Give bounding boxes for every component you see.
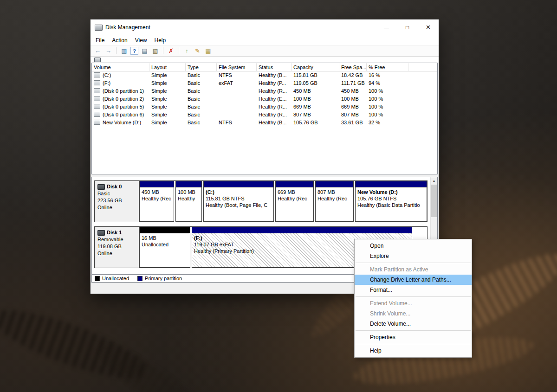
title-bar[interactable]: Disk Management — □ ×	[91, 19, 439, 35]
partition-807-mb[interactable]: 807 MBHealthy (Rec	[315, 181, 354, 222]
menu-item-open[interactable]: Open	[355, 241, 472, 251]
menu-file[interactable]: File	[92, 36, 108, 45]
column-header-capacity[interactable]: Capacity	[291, 63, 339, 71]
volume-row[interactable]: (Disk 0 partition 1)SimpleBasicHealthy (…	[92, 87, 437, 95]
partition-text: 100 MBHealthy	[176, 187, 201, 221]
disk-name: Disk 0	[97, 183, 136, 190]
volume-cell-layout: Simple	[149, 79, 186, 87]
close-button[interactable]: ×	[418, 19, 439, 35]
column-header-file-system[interactable]: File System	[217, 63, 257, 71]
minimize-button[interactable]: —	[376, 19, 397, 35]
volume-row[interactable]: (Disk 0 partition 5)SimpleBasicHealthy (…	[92, 103, 437, 111]
volume-cell-type: Basic	[186, 87, 217, 95]
format-icon[interactable]: ▦	[204, 46, 213, 55]
partition-strip	[316, 181, 353, 187]
change-drive-letter-icon[interactable]: ✎	[193, 46, 202, 55]
volume-cell-file_system: NTFS	[217, 119, 257, 127]
volume-cell-volume: (C:)	[92, 71, 149, 79]
window-title: Disk Management	[105, 24, 150, 31]
disk-label-disk-0[interactable]: Disk 0Basic223.56 GBOnline	[95, 181, 139, 222]
menu-item-shrink-volume: Shrink Volume...	[355, 308, 472, 319]
delete-volume-icon[interactable]: ✗	[167, 46, 175, 55]
forward-icon[interactable]: →	[104, 46, 113, 55]
partition-strip	[356, 181, 427, 187]
partition-669-mb[interactable]: 669 MBHealthy (Rec	[275, 181, 314, 222]
volume-row[interactable]: (Disk 0 partition 6)SimpleBasicHealthy (…	[92, 111, 437, 119]
scrollbar-thumb[interactable]	[431, 185, 437, 217]
volume-row[interactable]: (C:)SimpleBasicNTFSHealthy (B...115.81 G…	[92, 71, 437, 79]
menu-item-change-drive-letter-and-paths[interactable]: Change Drive Letter and Paths...	[355, 275, 472, 285]
volume-icon	[94, 72, 100, 77]
properties-icon[interactable]: ▤	[140, 46, 149, 55]
toolbar-separator	[116, 47, 117, 54]
partition-text: 450 MBHealthy (Rec	[140, 187, 174, 221]
disk-label-disk-1[interactable]: Disk 1Removable119.08 GBOnline	[95, 227, 139, 268]
back-icon[interactable]: ←	[93, 46, 102, 55]
volume-cell-percent_free: 100 %	[367, 87, 408, 95]
column-header-blank	[408, 63, 437, 71]
volume-icon	[94, 80, 100, 85]
help-icon[interactable]: ?	[130, 47, 138, 55]
volume-row[interactable]: New Volume (D:)SimpleBasicNTFSHealthy (B…	[92, 119, 437, 127]
legend-swatch	[137, 276, 142, 281]
volume-cell-capacity: 119.05 GB	[291, 79, 339, 87]
maximize-button[interactable]: □	[397, 19, 418, 35]
volume-icon	[94, 104, 100, 109]
column-header-type[interactable]: Type	[186, 63, 217, 71]
menu-item-extend-volume: Extend Volume...	[355, 298, 472, 308]
volume-row[interactable]: (F:)SimpleBasicexFATHealthy (P...119.05 …	[92, 79, 437, 87]
column-header-volume[interactable]: Volume	[92, 63, 149, 71]
volume-cell-layout: Simple	[149, 95, 186, 103]
volume-cell-capacity: 105.76 GB	[291, 119, 339, 127]
volume-cell-type: Basic	[186, 71, 217, 79]
partition-100-mb[interactable]: 100 MBHealthy	[175, 181, 202, 222]
volume-cell-volume: (F:)	[92, 79, 149, 87]
column-header-status[interactable]: Status	[257, 63, 291, 71]
volume-cell-status: Healthy (B...	[257, 119, 291, 127]
partition-16-mb[interactable]: 16 MBUnallocated	[139, 227, 190, 268]
menu-action[interactable]: Action	[108, 36, 131, 45]
disk-detail: Basic	[97, 190, 136, 197]
volume-cell-file_system: exFAT	[217, 79, 257, 87]
disk-detail: 119.08 GB	[97, 243, 136, 250]
desktop-background: Disk Management — □ × FileActionViewHelp…	[0, 0, 557, 392]
menu-item-format[interactable]: Format...	[355, 285, 472, 295]
toolbar-separator	[179, 47, 179, 54]
export-list-icon[interactable]: ▧	[151, 46, 160, 55]
volume-cell-status: Healthy (R...	[257, 87, 291, 95]
disk-detail: Removable	[97, 236, 136, 243]
scrollbar-up-arrow[interactable]: ▲	[431, 177, 437, 184]
menu-item-properties[interactable]: Properties	[355, 332, 472, 342]
column-header-free[interactable]: % Free	[367, 63, 408, 71]
menu-help[interactable]: Help	[151, 36, 170, 45]
column-header-layout[interactable]: Layout	[149, 63, 186, 71]
show-console-tree-icon[interactable]: ▥	[120, 46, 129, 55]
volume-cell-type: Basic	[186, 111, 217, 119]
volume-cell-free_space: 669 MB	[339, 103, 367, 111]
volume-cell-volume: (Disk 0 partition 1)	[92, 87, 149, 95]
menu-item-explore[interactable]: Explore	[355, 251, 472, 261]
volume-cell-free_space: 33.61 GB	[339, 119, 367, 127]
partition-strip	[140, 181, 174, 187]
menu-view[interactable]: View	[131, 36, 151, 45]
column-header-free-spa[interactable]: Free Spa...	[339, 63, 367, 71]
new-volume-icon[interactable]: ↑	[182, 46, 191, 55]
partition-strip	[192, 227, 412, 233]
partition-450-mb[interactable]: 450 MBHealthy (Rec	[139, 181, 174, 222]
menu-item-help[interactable]: Help	[355, 346, 472, 356]
menu-separator	[356, 344, 471, 344]
menu-item-mark-partition-as-active: Mark Partition as Active	[355, 264, 472, 275]
volume-row[interactable]: (Disk 0 partition 2)SimpleBasicHealthy (…	[92, 95, 437, 103]
partition-c[interactable]: (C:)115.81 GB NTFSHealthy (Boot, Page Fi…	[203, 181, 274, 222]
volume-cell-percent_free: 94 %	[367, 79, 408, 87]
volume-cell-capacity: 669 MB	[291, 103, 339, 111]
disk-detail: Online	[97, 250, 136, 257]
disk-detail: 223.56 GB	[97, 197, 136, 204]
volume-list: VolumeLayoutTypeFile SystemStatusCapacit…	[91, 63, 438, 174]
partition-new-volume-d[interactable]: New Volume (D:)105.76 GB NTFSHealthy (Ba…	[355, 181, 427, 222]
volume-icon	[94, 88, 100, 93]
menu-item-delete-volume[interactable]: Delete Volume...	[355, 319, 472, 329]
legend-unallocated: Unallocated	[95, 276, 129, 281]
volume-cell-capacity: 100 MB	[291, 95, 339, 103]
volume-list-rows: (C:)SimpleBasicNTFSHealthy (B...115.81 G…	[92, 71, 437, 127]
